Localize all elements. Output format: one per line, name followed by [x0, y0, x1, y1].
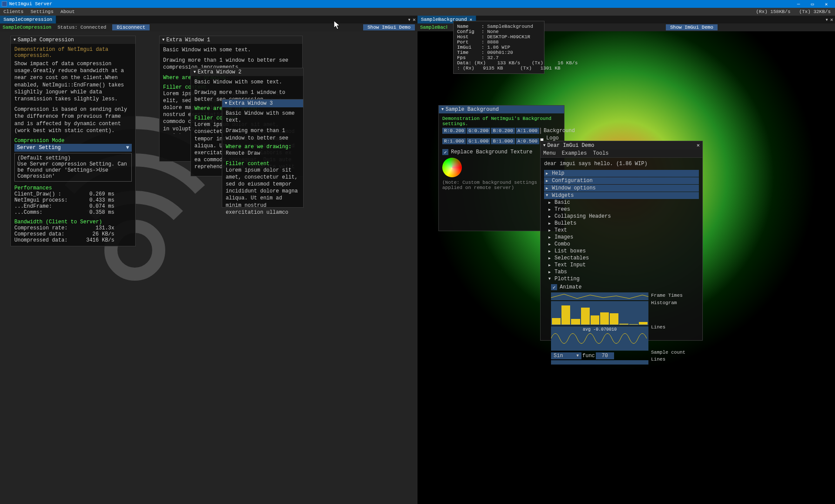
histogram-bar [629, 324, 638, 325]
window-extra-3[interactable]: ▼Extra Window 3 Basic Window with some t… [222, 99, 304, 208]
window-close-icon[interactable]: ✕ [697, 142, 700, 149]
window-title[interactable]: ▼Extra Window 1 [160, 36, 302, 44]
rgba-a[interactable]: A:1.000 [516, 128, 539, 134]
extra-text: Basic Window with some text. [226, 110, 300, 124]
menu-item[interactable]: Examples [562, 150, 587, 156]
checkbox-icon: ✓ [442, 149, 448, 155]
tooltip-data2: : (Rx) 9135 KB (Tx) 1301 KB [457, 66, 561, 71]
sample-count-input[interactable]: 70 [596, 352, 614, 359]
color-wheel[interactable] [442, 158, 462, 177]
tooltip-data1: : (Rx) 133 KB/s (Tx) 16 KB/s [468, 60, 578, 66]
plot-lines: avg -0.070010 [551, 326, 648, 351]
extra-text: Basic Window with some text. [163, 46, 299, 53]
demo-tree-item[interactable]: ▶Selectables [548, 255, 699, 262]
rgba-g[interactable]: G:0.200 [467, 128, 490, 134]
demo-tree-item[interactable]: ▶Basic [548, 199, 699, 206]
compression-mode-combo[interactable]: Server Setting ▼ [14, 144, 132, 152]
demo-tree-item[interactable]: ▶Combo [548, 241, 699, 248]
filler-label: Filler content [226, 161, 300, 167]
window-title[interactable]: ▼Sample Background [439, 106, 564, 113]
animate-checkbox[interactable]: ✓Animate [551, 284, 699, 290]
title-text: Sample Background [445, 106, 498, 113]
compression-body1: Show impact of data compression usage.Gr… [14, 60, 132, 103]
demo-tree-item[interactable]: ▶Text Input [548, 262, 699, 269]
maximize-button[interactable]: ▭ [805, 1, 819, 7]
title-text: Extra Window 1 [166, 37, 210, 43]
checkbox-label: Animate [560, 284, 581, 290]
compression-desc: Demonstration of NetImgui data compressi… [14, 46, 132, 59]
histogram-bar [639, 322, 648, 325]
client-name: SampleCompression [3, 25, 51, 30]
demo-tree-item[interactable]: ▶Tabs [548, 269, 699, 275]
tab-label: SampleCompression [3, 17, 52, 22]
where-label: Where are we drawing: [226, 144, 291, 150]
demo-header[interactable]: ▶Configuration [544, 177, 699, 184]
histogram-bar [561, 305, 570, 325]
tab-close-icon[interactable]: ✕ [830, 17, 833, 23]
client-name: SampleBackground [420, 25, 447, 30]
show-demo-button-right[interactable]: Show ImGui Demo [666, 24, 718, 30]
window-imgui-demo[interactable]: ▼Dear ImGui Demo ✕ Menu Examples Tools d… [540, 141, 703, 341]
demo-hello: dear imgui says hello. (1.86 WIP) [544, 160, 699, 167]
demo-tree-item[interactable]: ▶Images [548, 234, 699, 241]
label-lines: Lines [651, 324, 699, 348]
rgba-g[interactable]: G:1.000 [467, 138, 490, 144]
dropdown-icon[interactable]: ▾ [408, 17, 411, 23]
menu-item[interactable]: Menu [543, 150, 556, 156]
extra-text: Drawing more than 1 window to better see… [226, 127, 300, 140]
menu-about[interactable]: About [57, 9, 78, 14]
perf-row: Client_Draw() :0.269 ms [14, 191, 132, 197]
pane-left: SampleCompression ▾ ✕ SampleCompression … [0, 16, 418, 504]
histogram-bar [571, 319, 580, 325]
window-title[interactable]: ▼Extra Window 2 [191, 68, 303, 76]
demo-menubar: Menu Examples Tools [541, 149, 702, 158]
func-select[interactable]: Sin▼ [551, 352, 581, 359]
status-connected: Status: Connected [57, 25, 106, 30]
demo-header[interactable]: ▶Window options [544, 185, 699, 192]
window-title[interactable]: ▼Extra Window 3 [222, 99, 303, 107]
label-histogram: Histogram [651, 299, 699, 324]
menu-clients[interactable]: Clients [0, 9, 27, 14]
tooltip-fps: : 32.7 [481, 55, 499, 60]
dropdown-icon[interactable]: ▾ [825, 17, 828, 23]
demo-tree-item[interactable]: ▶Text [548, 227, 699, 234]
demo-header[interactable]: ▶Help [544, 170, 699, 177]
demo-header[interactable]: ▼Widgets [544, 192, 699, 199]
menu-settings[interactable]: Settings [27, 9, 57, 14]
rgba-r[interactable]: R:1.000 [442, 138, 466, 144]
close-button[interactable]: ✕ [819, 1, 833, 7]
minimize-button[interactable]: — [792, 1, 805, 7]
rgba-b[interactable]: B:1.000 [491, 138, 514, 144]
tab-close-icon[interactable]: ✕ [413, 17, 416, 23]
window-title[interactable]: ▼Dear ImGui Demo ✕ [541, 141, 702, 149]
perf-row: NetImgui process:0.433 ms [14, 197, 132, 203]
window-title[interactable]: ▼ Sample Compression [11, 36, 135, 44]
disconnect-button[interactable]: Disconnect [112, 24, 150, 30]
demo-tree-item[interactable]: ▶List boxes [548, 248, 699, 255]
bandwidth-row: Compression rate:131.3x [14, 225, 132, 231]
rgba-r[interactable]: R:0.200 [442, 128, 466, 134]
plot-histogram [551, 301, 648, 325]
menu-item[interactable]: Tools [593, 150, 608, 156]
color-swatch[interactable] [540, 128, 541, 134]
demo-tree-item[interactable]: ▶Trees [548, 206, 699, 213]
demo-tree-item[interactable]: ▼Plotting [548, 275, 699, 282]
title-text: Extra Window 2 [197, 69, 241, 75]
title-text: Dear ImGui Demo [547, 143, 594, 149]
title-text: Extra Window 3 [229, 100, 273, 106]
rgba-b[interactable]: B:0.200 [491, 128, 514, 134]
tooltip-imgui: : 1.86 WIP [481, 45, 510, 50]
show-demo-button-left[interactable]: Show ImGui Demo [363, 24, 415, 30]
tab-samplecompression[interactable]: SampleCompression [0, 16, 56, 23]
background-desc: Demonstration of NetImgui's Background s… [442, 116, 561, 126]
rgba-a[interactable]: A:0.500 [516, 138, 539, 144]
collapse-icon[interactable]: ▼ [13, 38, 16, 42]
pane-right: SampleBackground ✕ ▾ ✕ SampleBackground … [418, 16, 835, 504]
demo-tree-item[interactable]: ▶Collapsing Headers [548, 213, 699, 220]
filler-text: Lorem ipsum dolor sit amet, consectetur … [226, 167, 300, 217]
perf-row: ...Comms:0.358 ms [14, 209, 132, 216]
compression-mode-label: Compression Mode [14, 138, 132, 144]
window-sample-compression[interactable]: ▼ Sample Compression Demonstration of Ne… [10, 36, 136, 246]
select-value: Sin [554, 353, 563, 359]
demo-tree-item[interactable]: ▶Bullets [548, 220, 699, 227]
